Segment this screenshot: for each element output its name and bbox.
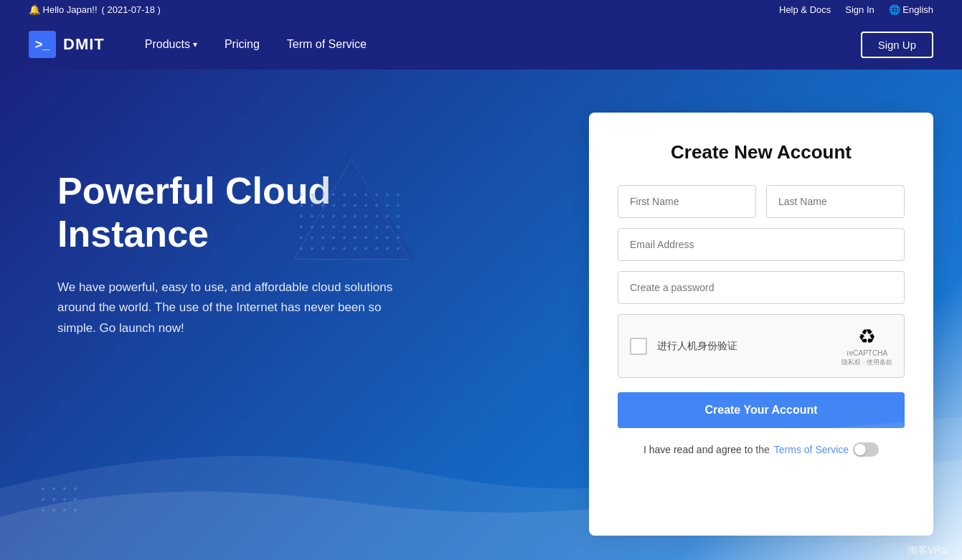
logo-icon: >_ xyxy=(29,31,56,58)
name-row xyxy=(618,185,905,218)
svg-point-73 xyxy=(63,509,66,512)
tos-link[interactable]: Terms of Service xyxy=(774,444,849,455)
nav-products[interactable]: Products ▾ xyxy=(133,32,209,57)
announcement-text: 🔔 Hello Japan!! ( 2021-07-18 ) xyxy=(29,4,161,15)
svg-point-74 xyxy=(74,509,77,512)
first-name-input[interactable] xyxy=(618,185,756,218)
svg-point-72 xyxy=(52,509,55,512)
hero-title: Powerful Cloud Instance xyxy=(57,170,459,256)
email-group xyxy=(618,228,905,261)
nav-links: Products ▾ Pricing Term of Service xyxy=(133,32,861,57)
logo-link[interactable]: >_ DMIT xyxy=(29,31,105,58)
help-docs-link[interactable]: Help & Docs xyxy=(779,4,831,15)
chevron-down-icon: ▾ xyxy=(193,39,197,49)
recaptcha-widget[interactable]: 进行人机身份验证 ♻ reCAPTCHA 隐私权 · 使用条款 xyxy=(618,314,905,378)
language-icon: 🌐 xyxy=(889,4,900,15)
recaptcha-label: 进行人机身份验证 xyxy=(657,340,737,353)
recaptcha-right: ♻ reCAPTCHA 隐私权 · 使用条款 xyxy=(841,325,892,367)
nav-right: Sign Up xyxy=(861,32,933,58)
signin-link[interactable]: Sign In xyxy=(845,4,874,15)
recaptcha-left: 进行人机身份验证 xyxy=(630,338,737,355)
watermark: 淘客VPS xyxy=(907,544,948,557)
tos-agreement-row: I have read and agree to the Terms of Se… xyxy=(618,442,905,457)
nav-pricing[interactable]: Pricing xyxy=(213,32,271,57)
last-name-input[interactable] xyxy=(766,185,905,218)
tos-prefix-text: I have read and agree to the xyxy=(643,444,770,455)
email-input[interactable] xyxy=(618,228,905,261)
recaptcha-checkbox[interactable] xyxy=(630,338,647,355)
svg-point-71 xyxy=(42,509,44,512)
recaptcha-links: 隐私权 · 使用条款 xyxy=(841,358,892,367)
svg-point-63 xyxy=(42,488,44,490)
hero-section: Powerful Cloud Instance We have powerful… xyxy=(0,70,962,560)
language-selector[interactable]: 🌐 English xyxy=(889,4,933,15)
create-account-button[interactable]: Create Your Account xyxy=(618,392,905,428)
signup-button[interactable]: Sign Up xyxy=(861,32,933,58)
svg-point-66 xyxy=(74,488,77,490)
svg-point-67 xyxy=(42,498,44,501)
svg-point-70 xyxy=(74,498,77,501)
top-bar-actions: Help & Docs Sign In 🌐 English xyxy=(779,4,933,15)
recaptcha-brand-label: reCAPTCHA xyxy=(841,348,892,358)
navbar: >_ DMIT Products ▾ Pricing Term of Servi… xyxy=(0,19,962,70)
password-group xyxy=(618,271,905,304)
hero-subtitle: We have powerful, easy to use, and affor… xyxy=(57,277,416,340)
language-label: English xyxy=(902,4,933,15)
password-input[interactable] xyxy=(618,271,905,304)
recaptcha-logo-icon: ♻ xyxy=(841,325,892,348)
announcement-bar: 🔔 Hello Japan!! ( 2021-07-18 ) Help & Do… xyxy=(0,0,962,19)
svg-point-64 xyxy=(52,488,55,490)
announcement-date: ( 2021-07-18 ) xyxy=(102,4,161,15)
announcement-label: 🔔 Hello Japan!! xyxy=(29,4,98,15)
toggle-knob xyxy=(854,444,866,455)
nav-tos[interactable]: Term of Service xyxy=(275,32,378,57)
svg-point-69 xyxy=(63,498,66,501)
svg-point-65 xyxy=(63,488,66,490)
registration-form: Create New Account 进行人机身份验证 ♻ reCAPTCHA … xyxy=(589,113,933,536)
form-title: Create New Account xyxy=(618,141,905,163)
svg-point-68 xyxy=(52,498,55,501)
logo-text: DMIT xyxy=(63,35,105,54)
tos-toggle[interactable] xyxy=(853,442,879,457)
hero-content: Powerful Cloud Instance We have powerful… xyxy=(57,113,459,339)
